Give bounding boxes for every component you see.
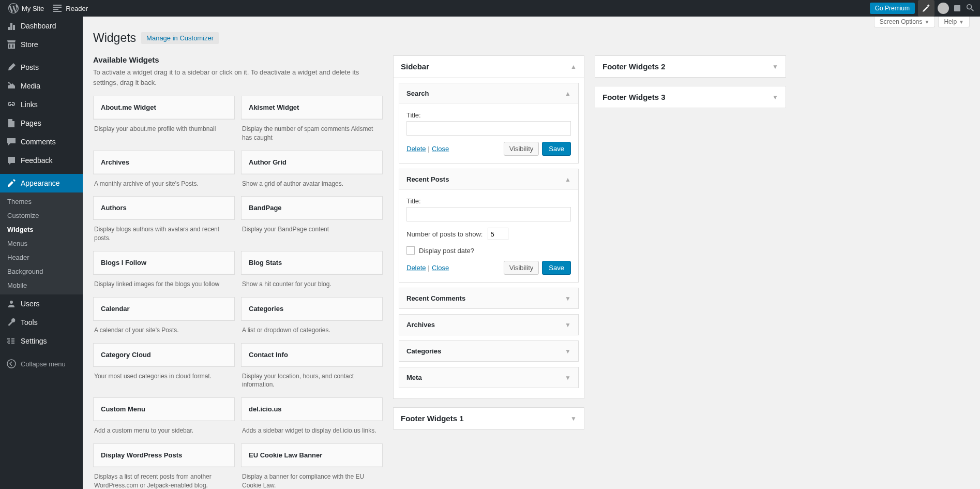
reader-item[interactable]: Reader: [48, 0, 92, 17]
my-site-label: My Site: [22, 5, 44, 12]
widget-area-sidebar-header[interactable]: Sidebar ▲: [394, 56, 584, 78]
sidebar-item-store[interactable]: Store: [0, 35, 83, 54]
available-widget[interactable]: Display WordPress Posts: [93, 443, 235, 467]
sidebar-item-appearance[interactable]: Appearance: [0, 174, 83, 192]
comments-icon: [6, 137, 17, 147]
available-widget-item: Category CloudYour most used categories …: [93, 343, 235, 393]
save-button[interactable]: Save: [542, 261, 571, 275]
sidebar-item-label: Media: [21, 82, 40, 90]
widget-area-footer-3-header[interactable]: Footer Widgets 3 ▼: [595, 86, 786, 108]
available-widget[interactable]: Categories: [241, 297, 383, 321]
sidebar-item-feedback[interactable]: Feedback: [0, 151, 83, 170]
sidebar-item-users[interactable]: Users: [0, 294, 83, 313]
available-widget-title: Calendar: [94, 298, 234, 320]
sidebar-item-settings[interactable]: Settings: [0, 332, 83, 350]
available-widget[interactable]: Archives: [93, 151, 235, 174]
screen-options-tab[interactable]: Screen Options ▼: [874, 17, 936, 27]
available-widget[interactable]: Author Grid: [241, 151, 383, 174]
help-tab[interactable]: Help ▼: [938, 17, 970, 27]
submenu-widgets[interactable]: Widgets: [0, 223, 83, 236]
available-widget[interactable]: About.me Widget: [93, 96, 235, 120]
sidebar-item-links[interactable]: Links: [0, 95, 83, 114]
available-widget[interactable]: Contact Info: [241, 343, 383, 367]
chevron-down-icon: ▼: [959, 19, 964, 25]
user-avatar[interactable]: [938, 3, 949, 14]
available-widget-desc: Display blogs authors with avatars and r…: [93, 220, 235, 246]
chevron-up-icon: ▲: [565, 176, 571, 183]
sidebar-item-comments[interactable]: Comments: [0, 132, 83, 151]
available-widget[interactable]: EU Cookie Law Banner: [241, 443, 383, 467]
search-title-input[interactable]: [406, 121, 571, 136]
num-posts-input[interactable]: [488, 228, 508, 240]
available-widget-item: Contact InfoDisplay your location, hours…: [241, 343, 383, 393]
available-widget[interactable]: Category Cloud: [93, 343, 235, 367]
sidebar-item-posts[interactable]: Posts: [0, 58, 83, 77]
visibility-button[interactable]: Visibility: [504, 142, 539, 156]
available-widget[interactable]: Blog Stats: [241, 251, 383, 275]
available-widget[interactable]: del.icio.us: [241, 397, 383, 421]
admin-bar: My Site Reader Go Premium: [0, 0, 980, 17]
widget-area-footer-3: Footer Widgets 3 ▼: [595, 86, 786, 108]
placed-widget-recent-posts: Recent Posts ▲ Title: Number of posts to…: [399, 169, 579, 283]
search-icon[interactable]: [966, 3, 976, 13]
placed-widget-search-header[interactable]: Search ▲: [399, 83, 578, 103]
placed-widget-header[interactable]: Archives▼: [399, 315, 578, 335]
sidebar-item-label: Feedback: [21, 156, 52, 165]
submenu-menus[interactable]: Menus: [0, 236, 83, 250]
available-widget-desc: Display your location, hours, and contac…: [241, 367, 383, 393]
sidebar-item-label: Users: [21, 300, 40, 308]
close-link[interactable]: Close: [432, 145, 449, 153]
delete-link[interactable]: Delete: [406, 145, 426, 153]
display-date-checkbox[interactable]: [406, 246, 415, 255]
submenu-background[interactable]: Background: [0, 264, 83, 278]
recent-posts-title-input[interactable]: [406, 207, 571, 221]
placed-widget-collapsed: Meta▼: [399, 367, 579, 388]
sidebar-item-pages[interactable]: Pages: [0, 114, 83, 132]
submenu-customize[interactable]: Customize: [0, 209, 83, 223]
close-link[interactable]: Close: [432, 264, 449, 272]
chevron-down-icon: ▼: [772, 63, 778, 70]
collapse-menu-button[interactable]: Collapse menu: [0, 354, 83, 373]
available-widget[interactable]: Calendar: [93, 297, 235, 321]
available-widget-desc: Display a banner for compliance with the…: [241, 467, 383, 489]
available-widget-item: Blog StatsShow a hit counter for your bl…: [241, 251, 383, 292]
available-widget-item: ArchivesA monthly archive of your site's…: [93, 151, 235, 191]
notifications-icon[interactable]: [952, 3, 962, 13]
available-widget-item: BandPageDisplay your BandPage content: [241, 196, 383, 246]
delete-link[interactable]: Delete: [406, 264, 426, 272]
sidebar-item-tools[interactable]: Tools: [0, 313, 83, 332]
available-widget-item: Author GridShow a grid of author avatar …: [241, 151, 383, 191]
available-widget[interactable]: Blogs I Follow: [93, 251, 235, 275]
placed-widget-header[interactable]: Meta▼: [399, 367, 578, 388]
available-widget[interactable]: Custom Menu: [93, 397, 235, 421]
available-widgets-title: Available Widgets: [93, 55, 383, 64]
appearance-icon: [6, 178, 17, 188]
wp-logo-item[interactable]: My Site: [4, 0, 48, 17]
customize-wand-button[interactable]: [918, 0, 934, 17]
submenu-mobile[interactable]: Mobile: [0, 278, 83, 292]
placed-widget-header[interactable]: Recent Comments▼: [399, 288, 578, 308]
sidebar-item-dashboard[interactable]: Dashboard: [0, 17, 83, 35]
available-widget-desc: Display your about.me profile with thumb…: [93, 120, 235, 137]
available-widget[interactable]: Akismet Widget: [241, 96, 383, 120]
save-button[interactable]: Save: [542, 142, 571, 156]
manage-customizer-button[interactable]: Manage in Customizer: [141, 32, 219, 44]
go-premium-button[interactable]: Go Premium: [870, 3, 915, 14]
placed-widget-recent-posts-header[interactable]: Recent Posts ▲: [399, 169, 578, 189]
page-title: Widgets: [93, 31, 136, 45]
tools-icon: [6, 317, 17, 328]
widget-area-footer-1-header[interactable]: Footer Widgets 1 ▼: [394, 408, 584, 429]
submenu-header[interactable]: Header: [0, 250, 83, 264]
widget-area-footer-2-header[interactable]: Footer Widgets 2 ▼: [595, 56, 786, 77]
sidebar-item-label: Settings: [21, 337, 47, 345]
available-widget-title: Category Cloud: [94, 344, 234, 366]
sidebar-item-media[interactable]: Media: [0, 77, 83, 95]
sidebar-item-label: Store: [21, 40, 38, 49]
available-widget-title: Author Grid: [242, 151, 382, 174]
submenu-themes[interactable]: Themes: [0, 195, 83, 209]
available-widget[interactable]: Authors: [93, 196, 235, 220]
available-widget-desc: A monthly archive of your site's Posts.: [93, 174, 235, 191]
visibility-button[interactable]: Visibility: [504, 261, 539, 275]
available-widget[interactable]: BandPage: [241, 196, 383, 220]
placed-widget-header[interactable]: Categories▼: [399, 341, 578, 361]
